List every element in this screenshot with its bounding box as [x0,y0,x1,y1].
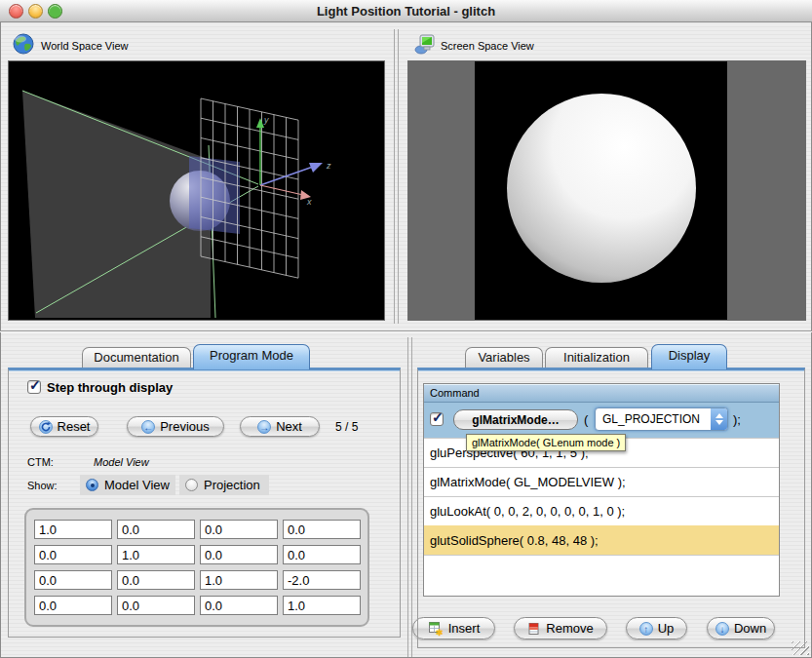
screen-space-canvas[interactable] [407,60,806,321]
horizontal-divider[interactable] [0,330,812,331]
tab-documentation[interactable]: Documentation [82,347,191,368]
application-window: Light Position Tutorial - glitch World S… [0,0,812,658]
axis-z-label: z [326,161,331,171]
tab-program-mode[interactable]: Program Mode [193,344,310,369]
tab-initialization[interactable]: Initialization [545,347,648,368]
axis-x-label: x [306,197,312,207]
monitor-icon [413,32,437,56]
screen-scene [408,61,805,320]
rendered-sphere [507,94,696,283]
tab-variables[interactable]: Variables [465,347,543,368]
tab-display[interactable]: Display [651,344,727,369]
program-pane [8,368,401,638]
top-splitter[interactable] [394,29,399,324]
world-view-title: World Space View [41,40,128,52]
axis-y-label: y [263,115,269,125]
screen-view-title: Screen Space View [441,40,534,52]
window-title: Light Position Tutorial - glitch [0,4,812,19]
display-pane [417,368,805,648]
globe-icon [12,32,35,56]
bottom-splitter[interactable] [407,337,412,657]
tooltip: glMatrixMode( GLenum mode ) [466,434,626,451]
world-space-canvas[interactable]: y z x [8,60,385,321]
near-plane [189,156,240,234]
title-bar[interactable]: Light Position Tutorial - glitch [0,0,812,22]
world-scene: y z x [9,61,384,320]
